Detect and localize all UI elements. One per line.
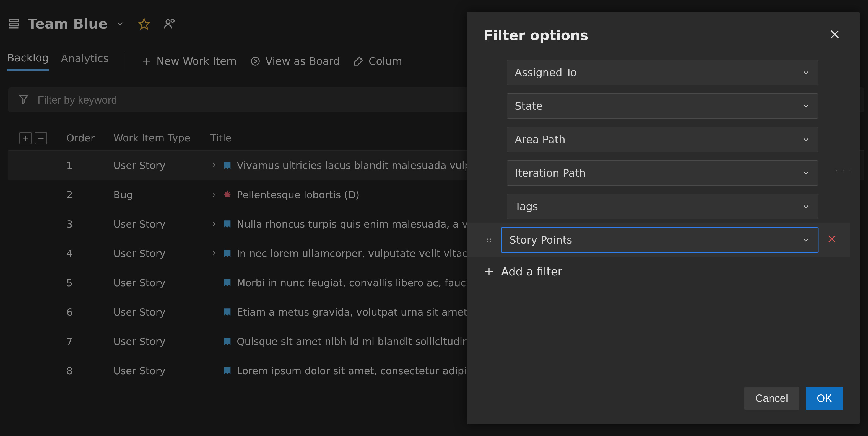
- drag-handle-icon[interactable]: [484, 235, 495, 245]
- panel-header: Filter options: [467, 12, 860, 53]
- filter-row: Iteration Path: [467, 156, 850, 190]
- filter-field-dropdown[interactable]: Area Path: [507, 127, 818, 152]
- cancel-button[interactable]: Cancel: [744, 387, 799, 410]
- svg-point-22: [490, 237, 491, 239]
- panel-footer: Cancel OK: [467, 378, 860, 424]
- filter-field-label: Assigned To: [515, 66, 577, 79]
- filter-field-label: State: [515, 100, 543, 112]
- filter-field-label: Area Path: [515, 134, 565, 146]
- filter-field-label: Story Points: [509, 234, 572, 246]
- filter-field-dropdown[interactable]: Tags: [507, 194, 818, 219]
- filter-field-label: Tags: [515, 200, 538, 212]
- svg-point-25: [487, 241, 489, 242]
- svg-point-23: [487, 239, 489, 240]
- filter-row: Tags: [467, 190, 850, 224]
- filter-field-dropdown[interactable]: Iteration Path: [507, 160, 818, 186]
- filter-row: Area Path: [467, 123, 850, 156]
- remove-filter-button[interactable]: [825, 234, 839, 246]
- svg-point-21: [487, 237, 489, 239]
- filter-row: Story Points: [467, 224, 850, 257]
- overflow-indicator: · · ·: [835, 167, 852, 174]
- filter-field-label: Iteration Path: [515, 167, 586, 179]
- filter-field-dropdown[interactable]: Story Points: [501, 227, 818, 253]
- close-button[interactable]: [827, 26, 843, 45]
- filter-row: State: [467, 89, 850, 123]
- panel-title: Filter options: [484, 27, 588, 43]
- filter-field-dropdown[interactable]: Assigned To: [507, 60, 818, 85]
- ok-button[interactable]: OK: [806, 387, 843, 410]
- filter-field-dropdown[interactable]: State: [507, 93, 818, 119]
- add-filter-button[interactable]: Add a filter: [467, 257, 850, 286]
- svg-point-26: [490, 241, 491, 242]
- svg-point-24: [490, 239, 491, 240]
- filter-options-panel: Filter options Assigned ToStateArea Path…: [467, 12, 860, 424]
- panel-body: Assigned ToStateArea PathIteration PathT…: [467, 53, 860, 378]
- add-filter-label: Add a filter: [501, 265, 562, 278]
- filter-row: Assigned To: [467, 56, 850, 89]
